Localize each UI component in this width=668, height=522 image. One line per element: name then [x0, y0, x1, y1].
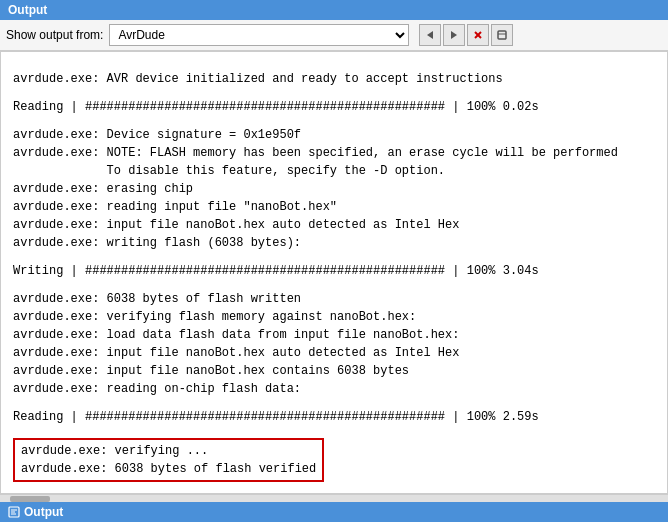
stop-button[interactable]: [467, 24, 489, 46]
svg-marker-0: [427, 31, 433, 39]
scrollbar-thumb[interactable]: [10, 496, 50, 502]
empty-line: [13, 280, 655, 290]
output-line: avrdude.exe: writing flash (6038 bytes):: [13, 234, 655, 252]
empty-line: [13, 116, 655, 126]
bottom-bar-label: Output: [24, 505, 63, 519]
prev-button[interactable]: [419, 24, 441, 46]
output-line: Reading | ##############################…: [13, 98, 655, 116]
output-line: avrdude.exe: erasing chip: [13, 180, 655, 198]
clear-button[interactable]: [491, 24, 513, 46]
output-line: avrdude.exe: NOTE: FLASH memory has been…: [13, 144, 655, 162]
output-line: avrdude.exe: verifying flash memory agai…: [13, 308, 655, 326]
output-line: avrdude.exe: load data flash data from i…: [13, 326, 655, 344]
output-line-highlight: avrdude.exe: verifying ...: [21, 442, 316, 460]
output-line: To disable this feature, specify the -D …: [13, 162, 655, 180]
output-icon: [8, 506, 20, 518]
empty-line: [13, 398, 655, 408]
toolbar-buttons: [419, 24, 513, 46]
bottom-bar: Output: [0, 502, 668, 522]
output-area: avrdude.exe: AVR device initialized and …: [0, 51, 668, 494]
output-line: Writing | ##############################…: [13, 262, 655, 280]
output-line-highlight: avrdude.exe: 6038 bytes of flash verifie…: [21, 460, 316, 478]
empty-line: [13, 252, 655, 262]
next-button[interactable]: [443, 24, 465, 46]
svg-marker-1: [451, 31, 457, 39]
svg-rect-4: [498, 31, 506, 39]
output-source-select[interactable]: AvrDude: [109, 24, 409, 46]
output-line: avrdude.exe: input file nanoBot.hex auto…: [13, 344, 655, 362]
empty-line: [13, 60, 655, 70]
empty-line: [13, 88, 655, 98]
empty-line: [13, 426, 655, 436]
output-line: Reading | ##############################…: [13, 408, 655, 426]
toolbar: Show output from: AvrDude: [0, 20, 668, 51]
show-output-label: Show output from:: [6, 28, 103, 42]
output-line: avrdude.exe: reading on-chip flash data:: [13, 380, 655, 398]
output-line: avrdude.exe: reading input file "nanoBot…: [13, 198, 655, 216]
scrollbar[interactable]: [0, 494, 668, 502]
scrollbar-track[interactable]: [0, 496, 668, 502]
highlight-box: avrdude.exe: verifying ...avrdude.exe: 6…: [13, 438, 324, 482]
output-line: avrdude.exe: 6038 bytes of flash written: [13, 290, 655, 308]
title-label: Output: [8, 3, 47, 17]
output-line: avrdude.exe: AVR device initialized and …: [13, 70, 655, 88]
output-line: avrdude.exe: input file nanoBot.hex cont…: [13, 362, 655, 380]
output-line: avrdude.exe: Device signature = 0x1e950f: [13, 126, 655, 144]
empty-line: [13, 484, 655, 494]
output-line: avrdude.exe: input file nanoBot.hex auto…: [13, 216, 655, 234]
title-bar: Output: [0, 0, 668, 20]
